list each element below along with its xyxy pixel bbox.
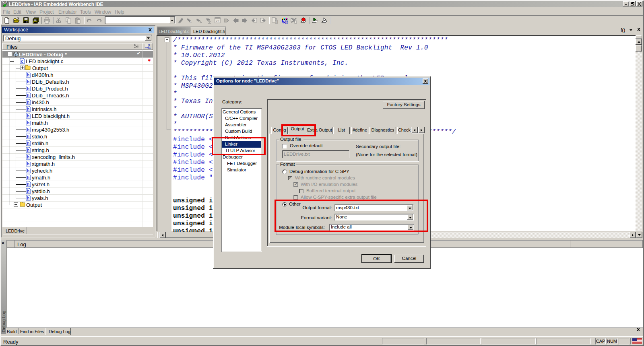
svg-text:h: h xyxy=(27,141,29,146)
svg-text:h: h xyxy=(27,93,29,98)
svg-text:h: h xyxy=(27,80,29,84)
svg-text:01: 01 xyxy=(276,21,279,24)
svg-text:c: c xyxy=(21,59,23,64)
svg-text:h: h xyxy=(27,196,29,200)
svg-text:h: h xyxy=(27,128,29,132)
svg-text:h: h xyxy=(27,86,29,91)
svg-text:h: h xyxy=(27,134,29,139)
svg-text:h: h xyxy=(27,169,29,173)
svg-text:01: 01 xyxy=(147,46,151,49)
svg-text:h: h xyxy=(27,100,29,105)
svg-text:h: h xyxy=(27,175,29,180)
svg-text:x?: x? xyxy=(216,19,219,23)
svg-text:h: h xyxy=(27,73,29,77)
svg-text:h: h xyxy=(27,155,29,159)
svg-text:h: h xyxy=(27,148,29,152)
svg-text:h: h xyxy=(27,121,29,125)
svg-text:h: h xyxy=(27,114,29,118)
svg-text:10: 10 xyxy=(285,22,288,24)
svg-text:h: h xyxy=(27,162,29,166)
svg-text:h: h xyxy=(27,182,29,187)
svg-text:h: h xyxy=(27,189,29,194)
svg-text:h: h xyxy=(27,107,29,111)
